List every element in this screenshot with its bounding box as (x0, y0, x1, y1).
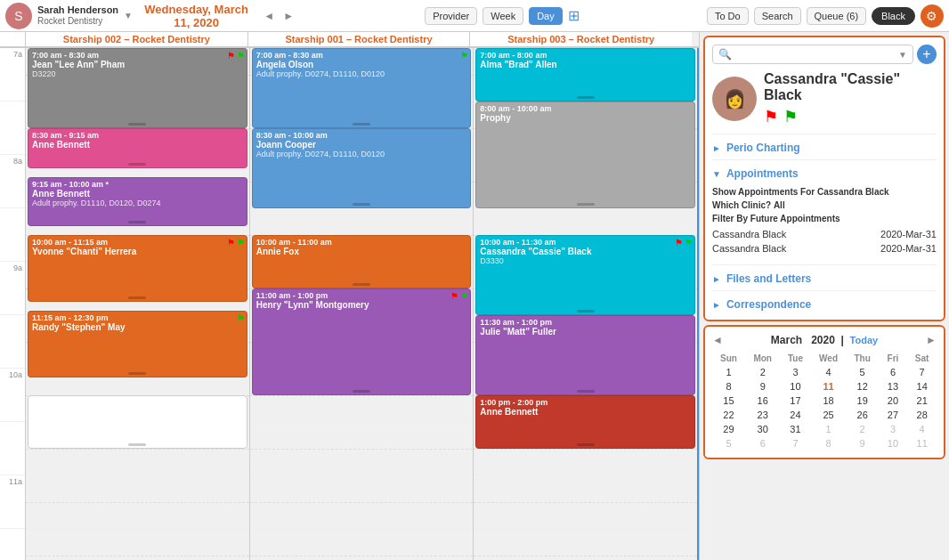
patient-search-input[interactable] (735, 49, 898, 60)
calendar-day-cell[interactable]: 5 (712, 436, 745, 450)
appointment-block[interactable]: 10:00 am - 11:00 amAnnie Fox (252, 235, 472, 288)
green-flag-icon: ⚑ (460, 291, 468, 301)
calendar-day-cell[interactable]: 1 (712, 365, 745, 379)
calendar-day-cell[interactable]: 2 (847, 422, 879, 436)
appointment-block[interactable]: 7:00 am - 8:00 amAlma "Brad" Allen (475, 48, 695, 101)
calendar-day-cell[interactable]: 11 (907, 436, 937, 450)
search-dropdown-icon[interactable]: ▼ (898, 50, 907, 60)
calendar-day-cell[interactable]: 8 (712, 379, 745, 394)
appointment-patient-name: Anne Bennett (32, 140, 243, 150)
appointment-block[interactable]: 7:00 am - 8:30 amJean "Lee Ann" PhamD322… (28, 48, 247, 128)
appointment-block[interactable]: 11:00 am - 1:00 pmHenry "Lynn" Montgomer… (252, 288, 472, 395)
appointment-patient-name: Annie Fox (256, 247, 467, 256)
provider-button[interactable]: Provider (425, 7, 477, 25)
calendar-day-cell[interactable]: 26 (847, 408, 879, 422)
calendar-day-cell[interactable]: 19 (847, 394, 879, 408)
appointments-content: Show Appointments For Cassandra Black Wh… (712, 182, 937, 261)
calendar-day-cell[interactable]: 21 (907, 394, 937, 408)
calendar-day-cell[interactable]: 16 (745, 394, 781, 408)
calendar-day-cell[interactable]: 11 (810, 379, 846, 394)
queue-button[interactable]: Queue (6) (807, 7, 867, 25)
user-clinic: Rocket Dentistry (37, 16, 118, 27)
appointments-header[interactable]: ▼ Appointments (712, 166, 937, 182)
calendar-day-cell[interactable]: 7 (907, 365, 937, 379)
appointment-block[interactable]: 10:00 am - 11:15 amYvonne "Chanti" Herre… (28, 235, 247, 302)
mini-calendar: ◄ March 2020 | Today ► SunMonTueWedThuFr… (703, 325, 945, 459)
patient-search-box[interactable]: 🔍 ▼ (712, 45, 913, 64)
files-section: ► Files and Letters (712, 264, 937, 287)
calendar-day-cell[interactable]: 20 (879, 394, 908, 408)
calendar-day-cell[interactable]: 10 (780, 379, 810, 394)
user-dropdown-icon[interactable]: ▼ (124, 11, 133, 20)
perio-charting-section: ► Perio Charting (712, 134, 937, 156)
next-month-arrow[interactable]: ► (926, 334, 937, 346)
calendar-day-cell[interactable]: 6 (879, 365, 908, 379)
calendar-day-cell[interactable]: 22 (712, 408, 745, 422)
calendar-day-cell[interactable]: 14 (907, 379, 937, 394)
calendar-day-cell[interactable]: 4 (810, 365, 846, 379)
appointment-list-item[interactable]: Cassandra Black2020-Mar-31 (712, 227, 937, 241)
appt-meta-clinic: Which Clinic? All (712, 200, 937, 210)
day-button[interactable]: Day (529, 7, 563, 25)
calendar-day-cell[interactable]: 30 (745, 422, 781, 436)
calendar-day-cell[interactable]: 15 (712, 394, 745, 408)
calendar-day-cell[interactable]: 18 (810, 394, 846, 408)
calendar-day-cell[interactable]: 7 (780, 436, 810, 450)
calendar-day-cell[interactable]: 2 (745, 365, 781, 379)
calendar-day-cell[interactable]: 27 (879, 408, 908, 422)
appointment-block[interactable]: 11:30 am - 1:00 pmJulie "Matt" Fuller (475, 315, 695, 395)
calendar-day-cell[interactable]: 29 (712, 422, 745, 436)
calendar-body: 1234567891011121314151617181920212223242… (712, 365, 937, 450)
correspondence-expand-icon: ► (712, 300, 721, 310)
calendar-day-cell[interactable]: 9 (847, 436, 879, 450)
settings-icon[interactable]: ⚙ (921, 4, 944, 28)
appointment-block[interactable] (28, 395, 247, 449)
calendar-day-cell[interactable]: 25 (810, 408, 846, 422)
appointment-block[interactable]: 8:30 am - 9:15 amAnne Bennett (28, 128, 247, 168)
appointment-list-item[interactable]: Cassandra Black2020-Mar-31 (712, 241, 937, 256)
grid-view-icon[interactable]: ⊞ (568, 7, 580, 24)
appointment-block[interactable]: 7:00 am - 8:30 amAngela OlsonAdult proph… (252, 48, 472, 128)
calendar-day-cell[interactable]: 31 (780, 422, 810, 436)
week-button[interactable]: Week (483, 7, 523, 25)
appointment-block[interactable]: 11:15 am - 12:30 pmRandy "Stephen" May⚑ (28, 311, 247, 377)
calendar-day-cell[interactable]: 3 (780, 365, 810, 379)
appointment-block[interactable]: 9:15 am - 10:00 am *Anne BennettAdult pr… (28, 177, 247, 226)
red-flag-icon[interactable]: ⚑ (764, 107, 778, 126)
add-patient-button[interactable]: + (917, 45, 937, 64)
appointment-bar (353, 390, 370, 393)
files-header[interactable]: ► Files and Letters (712, 271, 937, 287)
search-button[interactable]: Search (754, 7, 801, 25)
calendar-day-cell[interactable]: 23 (745, 408, 781, 422)
calendar-day-cell[interactable]: 8 (810, 436, 846, 450)
appointment-block[interactable]: 10:00 am - 11:30 amCassandra "Cassie" Bl… (475, 235, 695, 315)
todo-button[interactable]: To Do (707, 7, 749, 25)
calendar-day-cell[interactable]: 1 (810, 422, 846, 436)
calendar-day-cell[interactable]: 5 (847, 365, 879, 379)
calendar-day-cell[interactable]: 13 (879, 379, 908, 394)
calendar-day-cell[interactable]: 6 (745, 436, 781, 450)
which-clinic-value: All (774, 200, 785, 210)
prev-month-arrow[interactable]: ◄ (712, 334, 723, 346)
correspondence-header[interactable]: ► Correspondence (712, 296, 937, 312)
calendar-day-cell[interactable]: 4 (907, 422, 937, 436)
prev-date-arrow[interactable]: ◄ (260, 8, 278, 24)
appointment-block[interactable]: 1:00 pm - 2:00 pmAnne Bennett (475, 395, 695, 449)
active-user-button[interactable]: Black (872, 7, 915, 25)
calendar-day-cell[interactable]: 24 (780, 408, 810, 422)
calendar-day-cell[interactable]: 10 (879, 436, 908, 450)
calendar-day-cell[interactable]: 12 (847, 379, 879, 394)
calendar-day-cell[interactable]: 28 (907, 408, 937, 422)
perio-charting-header[interactable]: ► Perio Charting (712, 140, 937, 156)
calendar-day-cell[interactable]: 3 (879, 422, 908, 436)
green-flag-icon[interactable]: ⚑ (783, 107, 798, 126)
calendar-day-cell[interactable]: 17 (780, 394, 810, 408)
calendar-day-cell[interactable]: 9 (745, 379, 781, 394)
mini-cal-today-link[interactable]: Today (850, 335, 879, 345)
appointment-block[interactable]: 8:00 am - 10:00 amProphy (475, 101, 695, 208)
appointment-block[interactable]: 8:30 am - 10:00 amJoann CooperAdult prop… (252, 128, 472, 208)
time-label (0, 529, 25, 560)
appointment-details: D3220 (32, 69, 243, 78)
next-date-arrow[interactable]: ► (280, 8, 297, 24)
half-hour-line (250, 449, 474, 450)
